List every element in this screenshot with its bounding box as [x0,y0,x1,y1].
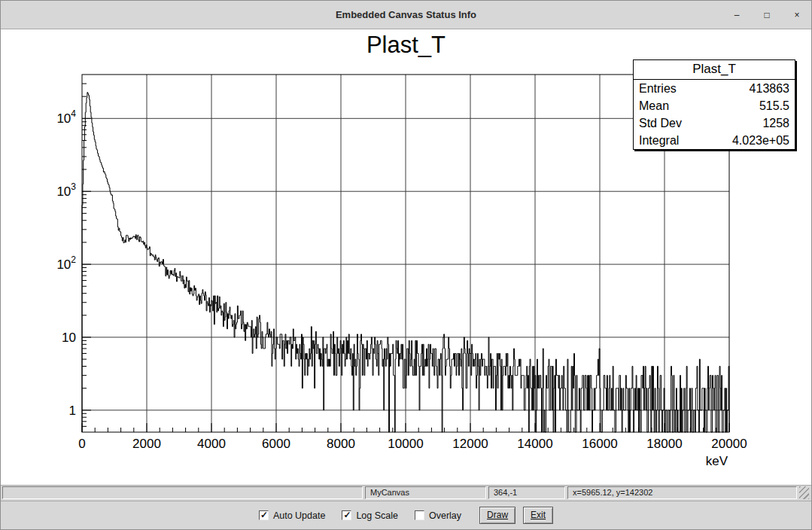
exit-button[interactable]: Exit [523,507,553,524]
stats-value: 515.5 [759,97,789,114]
stats-row-mean: Mean 515.5 [634,97,795,114]
button-group: Draw Exit [479,507,553,524]
minimize-button[interactable]: – [727,7,747,23]
stats-label: Integral [639,132,679,149]
status-bar: MyCanvas 364,-1 x=5965.12, y=142302 [1,486,811,501]
y-tick-label: 1 [69,404,76,418]
stats-value: 413863 [750,80,789,97]
draw-button[interactable]: Draw [479,507,515,524]
status-cell-coordinates: x=5965.12, y=142302 [567,486,797,499]
checkbox-label: Auto Update [273,510,326,521]
stats-value: 4.023e+05 [732,132,789,149]
stats-label: Entries [639,80,677,97]
resize-grip[interactable] [799,486,809,499]
close-button[interactable]: × [787,7,807,23]
x-tick-label: 16000 [582,437,617,451]
auto-update-checkbox[interactable]: Auto Update [259,510,326,521]
status-cell-empty [2,486,363,499]
x-tick-label: 10000 [388,437,423,451]
x-tick-label: 6000 [262,437,290,451]
x-axis-title: keV [706,454,728,468]
checkbox-label: Overlay [429,510,461,521]
stats-box: Plast_T Entries 413863 Mean 515.5 Std De… [633,59,795,150]
checkbox-icon[interactable] [342,510,351,520]
stats-row-stddev: Std Dev 1258 [634,114,795,132]
stats-label: Mean [639,97,669,114]
y-tick-label: 104 [56,108,76,126]
x-tick-label: 12000 [452,437,488,451]
checkbox-icon[interactable] [415,510,424,520]
maximize-button[interactable]: □ [757,7,777,23]
y-tick-label: 103 [56,181,76,199]
control-bar: Auto Update Log Scale Overlay Draw Exit [1,501,811,529]
log-scale-checkbox[interactable]: Log Scale [342,510,398,521]
checkbox-label: Log Scale [356,510,398,521]
y-tick-label: 10 [62,330,76,345]
window-title: Embedded Canvas Status Info [336,9,476,20]
stats-label: Std Dev [639,114,682,132]
window-controls: – □ × [727,1,807,29]
status-cell-canvas-name: MyCanvas [365,486,486,499]
x-tick-label: 0 [78,437,85,451]
x-tick-label: 4000 [197,437,226,451]
x-tick-label: 14000 [517,437,552,451]
status-cell-event-info: 364,-1 [488,486,565,499]
stats-row-entries: Entries 413863 [634,80,795,97]
stats-box-title: Plast_T [634,60,795,80]
y-tick-label: 102 [56,254,76,272]
x-tick-label: 2000 [132,437,161,451]
x-tick-label: 8000 [327,437,355,451]
overlay-checkbox[interactable]: Overlay [415,510,461,521]
x-tick-label: 20000 [711,437,747,451]
checkbox-icon[interactable] [259,510,269,520]
window: Embedded Canvas Status Info – □ × Plast_… [0,0,812,530]
stats-row-integral: Integral 4.023e+05 [634,132,795,149]
title-bar: Embedded Canvas Status Info – □ × [1,1,811,29]
stats-value: 1258 [762,114,789,132]
x-tick-label: 18000 [646,437,682,451]
canvas-area[interactable]: Plast_T 02000400060008000100001200014000… [1,29,811,486]
